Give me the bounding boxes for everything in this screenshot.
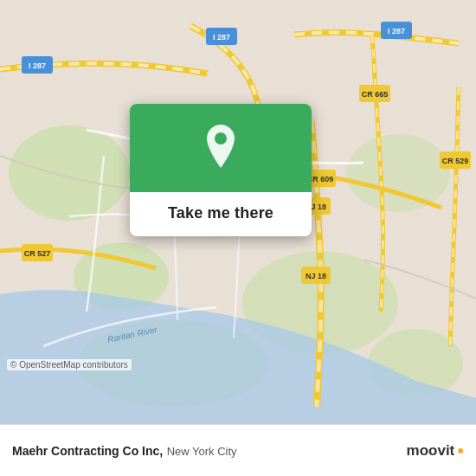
map-container: I 287 I 287 I 287 CR 665 CR 529 CR 609 N… [0, 0, 476, 424]
popup-green-area [130, 104, 312, 192]
svg-text:I 287: I 287 [29, 61, 46, 70]
take-me-there-button[interactable]: Take me there [168, 204, 273, 222]
svg-text:CR 665: CR 665 [362, 90, 389, 99]
svg-text:I 287: I 287 [388, 27, 405, 35]
footer-location: Maehr Contracting Co Inc, New York City [12, 443, 237, 459]
footer-bar: Maehr Contracting Co Inc, New York City … [0, 424, 476, 476]
moovit-text: moovit [407, 442, 455, 460]
popup-card: Take me there [130, 104, 312, 236]
moovit-dot: • [457, 441, 464, 460]
svg-point-27 [215, 132, 227, 145]
attribution-text: © OpenStreetMap contributors [10, 360, 128, 370]
moovit-logo: moovit • [407, 441, 464, 460]
svg-point-4 [346, 134, 450, 212]
svg-text:CR 527: CR 527 [24, 249, 51, 258]
popup-label-area[interactable]: Take me there [130, 192, 312, 236]
osm-attribution: © OpenStreetMap contributors [7, 359, 132, 370]
svg-text:CR 529: CR 529 [442, 157, 469, 165]
footer-location-name: Maehr Contracting Co Inc, [12, 444, 163, 458]
location-pin-icon [202, 123, 240, 170]
svg-point-1 [9, 125, 130, 221]
svg-text:I 287: I 287 [213, 33, 230, 42]
footer-location-city: New York City [167, 445, 237, 458]
svg-text:NJ 18: NJ 18 [306, 272, 326, 280]
